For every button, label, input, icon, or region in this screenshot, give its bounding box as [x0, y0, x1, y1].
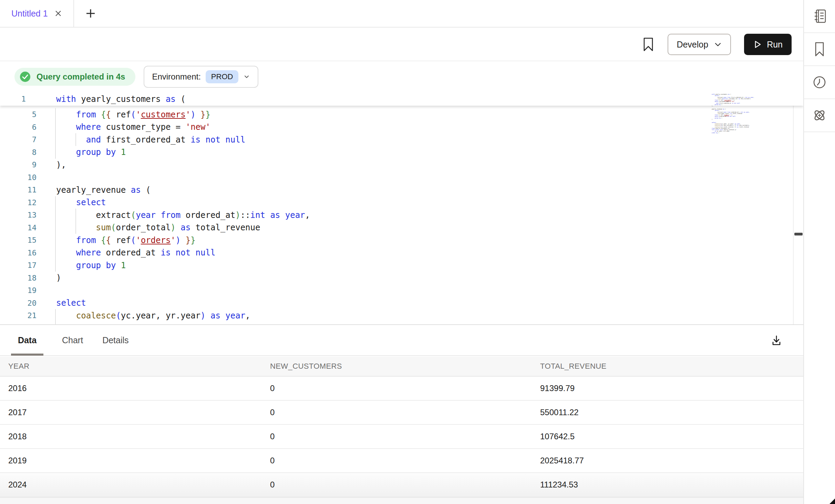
- table-cell: 91399.79: [540, 384, 803, 393]
- tab-label: Untitled 1: [11, 9, 48, 19]
- download-icon: [770, 334, 783, 347]
- table-row: 20170550011.22: [0, 401, 803, 425]
- table-cell: 2019: [0, 456, 270, 465]
- table-cell: 2024: [0, 480, 270, 490]
- table-cell: 0: [270, 456, 540, 465]
- chevron-down-icon: [714, 40, 722, 49]
- table-cell: 111234.53: [540, 480, 803, 490]
- column-header-new-customers[interactable]: NEW_CUSTOMERS: [270, 362, 540, 371]
- code-line: 18): [0, 272, 792, 284]
- query-status-text: Query completed in 4s: [37, 72, 125, 82]
- chevron-down-icon: [243, 73, 250, 80]
- plus-icon: [85, 8, 96, 19]
- table-cell: 0: [270, 384, 540, 393]
- sidebar-item-history[interactable]: [804, 66, 835, 99]
- table-cell: 2017: [0, 408, 270, 417]
- table-cell: 2025418.77: [540, 456, 803, 465]
- code-line: 7 and first_ordered_at is not null: [0, 133, 792, 146]
- status-row: Query completed in 4s Environment: PROD: [0, 61, 803, 92]
- code-line: 20select: [0, 297, 792, 309]
- notebook-icon: [812, 8, 827, 24]
- code-line: 11yearly_revenue as (: [0, 183, 792, 196]
- table-row: 20180107642.5: [0, 425, 803, 449]
- tab-details[interactable]: Details: [102, 325, 129, 356]
- sidebar-item-lineage[interactable]: [804, 99, 835, 132]
- results-tab-bar: Data Chart Details: [0, 325, 803, 356]
- code-line: 13 extract(year from ordered_at)::int as…: [0, 209, 792, 221]
- code-line: 1with yearly_customers as (: [0, 93, 792, 105]
- history-clock-icon: [812, 74, 827, 90]
- sidebar-item-bookmarks[interactable]: [804, 33, 835, 66]
- table-cell: 0: [270, 432, 540, 441]
- column-header-year[interactable]: YEAR: [0, 362, 270, 371]
- sql-code-editor[interactable]: 5 from {{ ref('customers') }}6 where cus…: [0, 92, 803, 324]
- develop-label: Develop: [677, 40, 708, 50]
- run-button[interactable]: Run: [744, 34, 792, 55]
- table-cell: 0: [270, 480, 540, 490]
- table-cell: 550011.22: [540, 408, 803, 417]
- bookmark-button[interactable]: [642, 37, 654, 52]
- develop-dropdown[interactable]: Develop: [668, 34, 731, 55]
- lineage-icon: [811, 107, 828, 124]
- code-line: 16 where ordered_at is not null: [0, 246, 792, 259]
- table-row: 2016091399.79: [0, 377, 803, 401]
- sidebar-item-notebook[interactable]: [804, 0, 835, 33]
- code-line: 14 sum(order_total) as total_revenue: [0, 221, 792, 234]
- bookmark-icon: [642, 37, 654, 52]
- play-icon: [753, 40, 762, 49]
- table-cell: 2018: [0, 432, 270, 441]
- app-window: Untitled 1 Develop Run: [0, 0, 835, 504]
- code-line: 17 group by 1: [0, 259, 792, 272]
- table-cell: 2016: [0, 384, 270, 393]
- environment-label: Environment:: [152, 72, 200, 82]
- editor-minimap[interactable]: with yearly_customers as ( select extrac…: [712, 94, 752, 134]
- tab-data[interactable]: Data: [11, 325, 43, 356]
- code-line: 12 select: [0, 196, 792, 209]
- right-icon-sidebar: [804, 0, 835, 504]
- environment-selector[interactable]: Environment: PROD: [144, 66, 258, 88]
- tab-untitled-1[interactable]: Untitled 1: [0, 0, 74, 27]
- code-line: 15 from {{ ref('orders') }}: [0, 234, 792, 246]
- code-line: 6 where customer_type = 'new': [0, 121, 792, 134]
- code-line: 19: [0, 284, 792, 297]
- table-cell: 0: [270, 408, 540, 417]
- toolbar: Develop Run: [0, 28, 803, 61]
- code-line: 22 coalesce(yc.new_customers, 0) as new_…: [0, 322, 792, 325]
- code-line: 21 coalesce(yc.year, yr.year) as year,: [0, 309, 792, 322]
- table-row: 20240111234.53: [0, 473, 803, 497]
- editor-scrollbar-marker[interactable]: [794, 233, 803, 235]
- sticky-line-1: 1with yearly_customers as (: [0, 92, 803, 106]
- table-row: 201902025418.77: [0, 449, 803, 473]
- download-results-button[interactable]: [769, 333, 784, 348]
- bookmark-icon: [812, 41, 827, 57]
- horizontal-scrollbar-track[interactable]: [0, 497, 803, 504]
- editor-scrollbar-track[interactable]: [793, 92, 803, 324]
- column-header-total-revenue[interactable]: TOTAL_REVENUE: [540, 362, 803, 371]
- query-status-badge: Query completed in 4s: [14, 68, 135, 86]
- run-label: Run: [767, 40, 783, 50]
- tab-chart[interactable]: Chart: [61, 325, 84, 356]
- check-circle-icon: [19, 71, 31, 83]
- new-tab-button[interactable]: [80, 0, 101, 27]
- results-panel: Data Chart Details YEAR NEW_CUSTOMERS TO…: [0, 324, 803, 504]
- main-column: Untitled 1 Develop Run: [0, 0, 803, 504]
- table-cell: 107642.5: [540, 432, 803, 441]
- window-resize-handle[interactable]: [829, 498, 835, 504]
- editor-tab-bar: Untitled 1: [0, 0, 803, 28]
- code-line: 8 group by 1: [0, 146, 792, 159]
- environment-value-badge: PROD: [206, 70, 239, 83]
- close-tab-icon[interactable]: [54, 9, 62, 18]
- code-line: 5 from {{ ref('customers') }}: [0, 108, 792, 121]
- table-header-row: YEAR NEW_CUSTOMERS TOTAL_REVENUE: [0, 357, 803, 377]
- code-line: 9),: [0, 158, 792, 171]
- code-line: 10: [0, 171, 792, 184]
